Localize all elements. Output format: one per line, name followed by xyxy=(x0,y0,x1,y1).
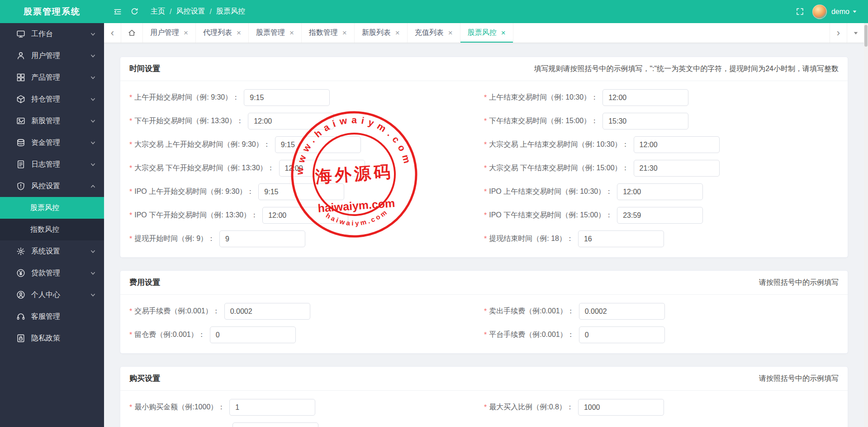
tab-close-icon[interactable]: × xyxy=(289,29,294,37)
field-input-fee-settings-1-1[interactable] xyxy=(579,326,665,343)
breadcrumb-item-1[interactable]: 风控设置 xyxy=(176,7,205,16)
sidebar-item-service[interactable]: 客服管理 xyxy=(0,306,104,327)
tabs-scroll-left-icon[interactable]: ‹ xyxy=(104,23,121,43)
form-field: *大宗交易 上午结束交易时间（例: 10:30）： xyxy=(484,136,839,153)
field-input-time-settings-5-1[interactable] xyxy=(617,207,703,224)
breadcrumb-item-0[interactable]: 主页 xyxy=(151,7,165,16)
field-input-time-settings-6-1[interactable] xyxy=(578,230,664,247)
field-input-time-settings-1-1[interactable] xyxy=(602,113,688,130)
sidebar-item-users[interactable]: 用户管理 xyxy=(0,45,104,67)
tab-close-icon[interactable]: × xyxy=(501,29,506,37)
tab-stock-mgmt[interactable]: 股票管理× xyxy=(249,23,302,43)
refresh-icon[interactable] xyxy=(130,7,139,16)
field-label: 下午结束交易时间（例: 15:00）： xyxy=(489,116,598,126)
sidebar-item-profile[interactable]: 个人中心 xyxy=(0,284,104,306)
field-label: 卖出手续费（例:0.001）： xyxy=(489,307,574,316)
required-asterisk: * xyxy=(484,403,487,412)
required-asterisk: * xyxy=(484,235,487,243)
chevron-down-icon xyxy=(90,249,96,254)
chevron-down-icon xyxy=(90,140,96,146)
sidebar-item-system[interactable]: 系统设置 xyxy=(0,240,104,262)
field-label: 上午结束交易时间（例: 10:30）： xyxy=(489,93,598,102)
form-field: *大宗交易 上午开始交易时间（例: 9:30）： xyxy=(129,136,484,153)
avatar[interactable] xyxy=(812,5,827,19)
card-hint: 请按照括号中的示例填写 xyxy=(759,278,839,288)
sidebar-subitem-index-risk[interactable]: 指数风控 xyxy=(0,219,104,240)
field-input-purchase-settings-0-1[interactable] xyxy=(578,399,664,416)
required-asterisk: * xyxy=(129,141,132,149)
fullscreen-icon[interactable] xyxy=(796,7,804,16)
menu-fold-icon[interactable] xyxy=(113,7,122,16)
tabs-menu-icon[interactable] xyxy=(847,23,864,43)
field-input-time-settings-2-1[interactable] xyxy=(634,136,720,153)
sidebar-item-label: 用户管理 xyxy=(31,51,90,61)
sidebar-item-workbench[interactable]: 工作台 xyxy=(0,23,104,45)
field-input-time-settings-2-0[interactable] xyxy=(275,136,361,153)
scrollbar-thumb[interactable] xyxy=(864,25,868,47)
field-input-fee-settings-0-0[interactable] xyxy=(224,303,310,320)
field-input-time-settings-3-0[interactable] xyxy=(279,160,365,177)
sidebar-item-products[interactable]: 产品管理 xyxy=(0,67,104,88)
sidebar-item-privacy[interactable]: 隐私政策 xyxy=(0,327,104,349)
tab-close-icon[interactable]: × xyxy=(342,29,347,37)
breadcrumb-item-2[interactable]: 股票风控 xyxy=(216,7,245,16)
field-label: 平台手续费（例:0.001）： xyxy=(489,330,574,340)
field-input-time-settings-5-0[interactable] xyxy=(262,207,348,224)
form-field: *IPO 下午结束交易时间（例: 15:00）： xyxy=(484,207,839,224)
field-input-fee-settings-0-1[interactable] xyxy=(579,303,665,320)
chevron-down-icon xyxy=(90,75,96,81)
sidebar-item-positions[interactable]: 持仓管理 xyxy=(0,88,104,110)
tab-agent-list[interactable]: 代理列表× xyxy=(196,23,249,43)
sidebar-subitem-stock-risk[interactable]: 股票风控 xyxy=(0,197,104,219)
home-tab[interactable] xyxy=(121,23,143,43)
sidebar-item-label: 个人中心 xyxy=(31,290,90,300)
tab-close-icon[interactable]: × xyxy=(237,29,241,37)
chevron-down-icon xyxy=(90,162,96,168)
tab-recharge-list[interactable]: 充值列表× xyxy=(408,23,460,43)
field-input-time-settings-1-0[interactable] xyxy=(248,113,334,130)
sidebar-item-loans[interactable]: 贷款管理 xyxy=(0,262,104,284)
top-header: 主页/风控设置/股票风控 demo xyxy=(104,0,868,23)
sidebar: 股票管理系统 工作台用户管理产品管理持仓管理新股管理资金管理日志管理风控设置股票… xyxy=(0,0,104,427)
doc-lock-icon xyxy=(16,334,25,343)
chevron-up-icon xyxy=(90,183,96,189)
chevron-down-icon xyxy=(90,118,96,124)
sidebar-item-new-stock[interactable]: 新股管理 xyxy=(0,110,104,132)
tab-close-icon[interactable]: × xyxy=(448,29,453,37)
tab-close-icon[interactable]: × xyxy=(395,29,400,37)
field-input-time-settings-4-1[interactable] xyxy=(617,183,703,200)
required-asterisk: * xyxy=(129,117,132,125)
tab-stock-risk[interactable]: 股票风控× xyxy=(460,23,513,43)
field-input-time-settings-4-0[interactable] xyxy=(258,183,344,200)
field-label: 大宗交易 上午开始交易时间（例: 9:30）： xyxy=(134,140,270,149)
form-field xyxy=(129,422,484,427)
scrollbar-track[interactable] xyxy=(864,23,868,427)
field-input-purchase-settings-1-0[interactable] xyxy=(232,422,318,427)
app-title: 股票管理系统 xyxy=(24,6,81,18)
field-input-fee-settings-1-0[interactable] xyxy=(210,326,296,343)
sidebar-item-risk-settings[interactable]: 风控设置 xyxy=(0,175,104,197)
cube-icon xyxy=(16,95,25,104)
username[interactable]: demo xyxy=(831,8,849,16)
tab-index-mgmt[interactable]: 指数管理× xyxy=(302,23,355,43)
field-input-purchase-settings-0-0[interactable] xyxy=(229,399,315,416)
tab-close-icon[interactable]: × xyxy=(184,29,188,37)
field-label: IPO 下午开始交易时间（例: 13:30）： xyxy=(134,211,258,220)
tabs-scroll-right-icon[interactable]: › xyxy=(830,23,847,43)
caret-down-icon[interactable] xyxy=(852,9,857,14)
tab-label: 新股列表 xyxy=(362,28,391,38)
required-asterisk: * xyxy=(129,235,132,243)
field-input-time-settings-3-1[interactable] xyxy=(634,160,720,177)
sidebar-item-funds[interactable]: 资金管理 xyxy=(0,132,104,154)
tab-new-stock-list[interactable]: 新股列表× xyxy=(355,23,408,43)
sidebar-item-logs[interactable]: 日志管理 xyxy=(0,154,104,175)
field-input-time-settings-0-1[interactable] xyxy=(602,89,688,106)
card-fee-settings: 费用设置请按照括号中的示例填写*交易手续费（例:0.001）：*卖出手续费（例:… xyxy=(120,270,848,354)
tab-label: 代理列表 xyxy=(203,28,232,38)
field-input-time-settings-0-0[interactable] xyxy=(244,89,330,106)
field-label: 提现结束时间（例: 18）： xyxy=(489,234,574,244)
chevron-down-icon xyxy=(90,96,96,102)
field-input-time-settings-6-0[interactable] xyxy=(219,230,305,247)
grid-icon xyxy=(16,73,25,82)
tab-user-mgmt[interactable]: 用户管理× xyxy=(143,23,196,43)
